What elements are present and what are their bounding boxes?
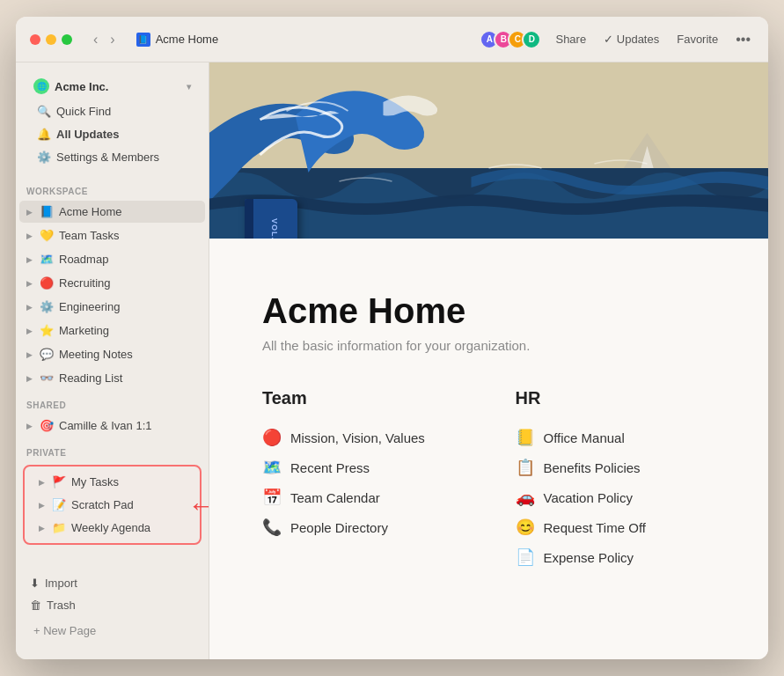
sidebar-item-reading-list[interactable]: ▶ 👓 Reading List [19,367,205,389]
reading-list-icon: 👓 [40,371,54,385]
chevron-icon: ▶ [26,279,33,288]
link-people-directory[interactable]: 📞 People Directory [262,512,463,542]
traffic-lights [30,34,72,45]
directory-label: People Directory [290,520,388,535]
chevron-icon: ▶ [39,524,45,533]
sidebar-item-acme-home[interactable]: ▶ 📘 Acme Home [19,201,205,223]
time-off-icon: 😊 [516,518,535,537]
acme-home-label: Acme Home [59,205,122,218]
link-expense[interactable]: 📄 Expense Policy [516,542,716,572]
time-off-label: Request Time Off [544,520,646,535]
chevron-icon: ▶ [26,374,33,383]
recruiting-icon: 🔴 [40,276,54,290]
trash-icon: 🗑 [30,599,41,612]
link-team-calendar[interactable]: 📅 Team Calendar [262,482,463,512]
chevron-icon: ▶ [26,422,33,430]
workspace-header[interactable]: 🌐 Acme Inc. ▾ [26,73,198,99]
titlebar: ‹ › 📘 Acme Home A B C D Share ✓ Updates … [16,17,768,62]
sidebar-item-all-updates[interactable]: 🔔 All Updates [30,123,194,145]
expense-icon: 📄 [516,547,535,567]
new-page-button[interactable]: + New Page [26,620,198,642]
mission-label: Mission, Vision, Values [290,430,425,445]
import-label: Import [45,577,77,590]
calendar-icon: 📅 [262,488,282,507]
workspace-section-label: WORKSPACE [16,176,209,200]
marketing-label: Marketing [59,324,109,337]
favorite-button[interactable]: Favorite [673,31,722,48]
chevron-icon: ▶ [39,478,45,487]
book-label: VOL.1 [263,218,279,239]
sidebar-bottom: ⬇ Import 🗑 Trash + New Page [16,565,209,652]
search-icon: 🔍 [37,105,51,118]
forward-button[interactable]: › [106,30,118,49]
app-window: ‹ › 📘 Acme Home A B C D Share ✓ Updates … [16,17,768,659]
chevron-icon: ▶ [26,208,33,217]
link-mission[interactable]: 🔴 Mission, Vision, Values [262,422,463,452]
benefits-icon: 📋 [516,458,535,477]
book-icon: VOL.1 [245,199,297,239]
vacation-icon: 🚗 [516,488,535,507]
chevron-icon: ▶ [26,303,33,312]
private-section: ▶ 🚩 My Tasks ▶ 📝 Scratch Pad ▶ 📁 Weekly … [23,465,201,545]
sidebar-item-marketing[interactable]: ▶ ⭐ Marketing [19,320,205,342]
minimize-button[interactable] [46,34,56,45]
settings-icon: ⚙️ [37,151,51,164]
vacation-label: Vacation Policy [544,490,633,505]
cover-image: VOL.1 [209,62,768,239]
sidebar-item-camille-ivan[interactable]: ▶ 🎯 Camille & Ivan 1:1 [19,415,205,437]
calendar-label: Team Calendar [290,490,380,505]
roadmap-icon: 🗺️ [40,253,54,266]
sidebar-top: 🌐 Acme Inc. ▾ 🔍 Quick Find 🔔 All Updates… [16,62,209,176]
sidebar-item-engineering[interactable]: ▶ ⚙️ Engineering [19,296,205,318]
columns: Team 🔴 Mission, Vision, Values 🗺️ Recent… [262,388,715,572]
sidebar-item-my-tasks[interactable]: ▶ 🚩 My Tasks [32,471,193,493]
my-tasks-label: My Tasks [71,475,119,489]
link-time-off[interactable]: 😊 Request Time Off [516,512,716,542]
recruiting-label: Recruiting [59,276,111,290]
app-body: 🌐 Acme Inc. ▾ 🔍 Quick Find 🔔 All Updates… [16,62,768,659]
scratch-pad-label: Scratch Pad [71,498,134,511]
all-updates-label: All Updates [56,128,120,141]
team-column: Team 🔴 Mission, Vision, Values 🗺️ Recent… [262,388,463,572]
sidebar-item-recruiting[interactable]: ▶ 🔴 Recruiting [19,272,205,294]
share-button[interactable]: Share [552,31,590,48]
titlebar-center: 📘 Acme Home [129,33,470,47]
my-tasks-icon: 🚩 [52,475,66,489]
engineering-label: Engineering [59,300,120,313]
team-tasks-icon: 💛 [40,229,54,242]
link-vacation[interactable]: 🚗 Vacation Policy [516,482,716,512]
sidebar-item-team-tasks[interactable]: ▶ 💛 Team Tasks [19,224,205,246]
reading-list-label: Reading List [59,371,122,385]
sidebar-item-meeting-notes[interactable]: ▶ 💬 Meeting Notes [19,343,205,365]
meeting-notes-label: Meeting Notes [59,348,133,361]
weekly-agenda-label: Weekly Agenda [71,521,150,534]
sidebar-item-trash[interactable]: 🗑 Trash [23,594,201,616]
updates-button[interactable]: ✓ Updates [600,31,663,48]
sidebar-item-roadmap[interactable]: ▶ 🗺️ Roadmap [19,248,205,270]
link-benefits[interactable]: 📋 Benefits Policies [516,452,716,482]
book-spine [245,199,253,239]
close-button[interactable] [30,34,40,45]
link-office-manual[interactable]: 📒 Office Manual [516,422,716,452]
sidebar-item-scratch-pad[interactable]: ▶ 📝 Scratch Pad [32,494,193,516]
sidebar-item-weekly-agenda[interactable]: ▶ 📁 Weekly Agenda [32,517,193,539]
sidebar-item-quick-find[interactable]: 🔍 Quick Find [30,100,194,122]
back-button[interactable]: ‹ [90,30,101,49]
link-recent-press[interactable]: 🗺️ Recent Press [262,452,463,482]
team-column-title: Team [262,388,463,408]
nav-buttons: ‹ › [90,30,119,49]
camille-ivan-label: Camille & Ivan 1:1 [59,419,152,432]
chevron-icon: ▶ [26,231,33,240]
main-content: VOL.1 Acme Home All the basic informatio… [209,62,768,659]
manual-label: Office Manual [544,430,625,445]
settings-label: Settings & Members [56,151,159,164]
meeting-notes-icon: 💬 [40,348,54,361]
maximize-button[interactable] [62,34,72,45]
sidebar-item-import[interactable]: ⬇ Import [23,572,201,594]
more-options-button[interactable]: ••• [732,30,754,49]
avatar-group: A B C D [480,30,541,49]
sidebar-item-settings[interactable]: ⚙️ Settings & Members [30,146,194,168]
team-tasks-label: Team Tasks [59,229,119,242]
trash-label: Trash [47,599,76,612]
benefits-label: Benefits Policies [544,460,641,475]
